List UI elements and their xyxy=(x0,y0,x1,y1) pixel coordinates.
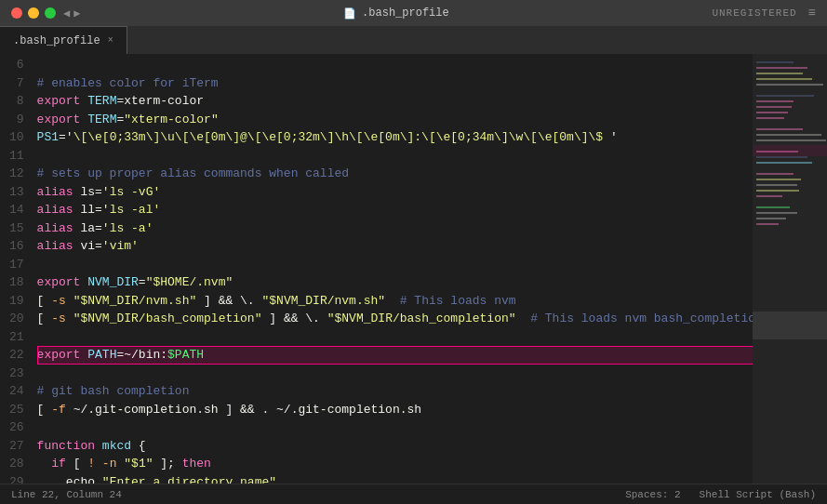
line-number: 21 xyxy=(9,328,24,347)
code-line: [ -s "$NVM_DIR/nvm.sh" ] && \. "$NVM_DIR… xyxy=(37,292,753,311)
title-bar: ◀ ▶ 📄 .bash_profile UNREGISTERED ≡ xyxy=(0,0,827,26)
line-numbers: 6789101112131415161718192021222324252627… xyxy=(0,54,33,484)
status-bar: Line 22, Column 24 Spaces: 2 Shell Scrip… xyxy=(0,484,827,504)
syntax-label: Shell Script (Bash) xyxy=(700,489,816,500)
cursor-position: Line 22, Column 24 xyxy=(11,489,122,500)
code-line: export TERM="xterm-color" xyxy=(37,111,753,129)
status-left: Line 22, Column 24 xyxy=(11,489,122,500)
forward-arrow-icon[interactable]: ▶ xyxy=(73,7,80,20)
svg-rect-2 xyxy=(756,73,803,74)
tab-close-icon[interactable]: × xyxy=(108,35,113,46)
line-number: 23 xyxy=(9,365,24,383)
svg-rect-16 xyxy=(756,162,812,164)
line-number: 17 xyxy=(9,256,24,274)
svg-rect-25 xyxy=(756,223,779,225)
line-number: 8 xyxy=(9,92,24,111)
code-line: # enables color for iTerm xyxy=(37,74,753,93)
line-number: 22 xyxy=(9,346,24,365)
line-number: 24 xyxy=(9,382,24,401)
unregistered-label: UNREGISTERED xyxy=(712,7,796,19)
line-number: 12 xyxy=(9,165,24,183)
tab-bash-profile[interactable]: .bash_profile × xyxy=(0,26,127,54)
code-line: # sets up proper alias commands when cal… xyxy=(37,165,753,183)
line-number: 6 xyxy=(9,56,24,74)
line-number: 14 xyxy=(9,201,24,219)
line-number: 13 xyxy=(9,183,24,202)
svg-rect-21 xyxy=(756,195,782,197)
title-bar-left: ◀ ▶ xyxy=(11,7,80,20)
svg-rect-6 xyxy=(756,100,794,102)
traffic-lights xyxy=(11,7,56,19)
svg-rect-14 xyxy=(753,145,827,156)
code-line xyxy=(37,418,753,437)
maximize-button[interactable] xyxy=(45,7,56,19)
code-lines: # enables color for iTermexport TERM=xte… xyxy=(33,54,753,484)
main-layout: 6789101112131415161718192021222324252627… xyxy=(0,54,827,484)
code-line xyxy=(37,256,753,274)
svg-rect-12 xyxy=(756,139,826,141)
svg-rect-1 xyxy=(756,67,807,69)
line-number: 25 xyxy=(9,401,24,419)
code-line: PS1='\[\e[0;33m\]\u\[\e[0m\]@\[\e[0;32m\… xyxy=(37,128,753,147)
code-line xyxy=(37,56,753,74)
line-number: 20 xyxy=(9,310,24,328)
code-line: export NVM_DIR="$HOME/.nvm" xyxy=(37,273,753,292)
code-line: alias vi='vim' xyxy=(37,237,753,256)
code-line: function mkcd { xyxy=(37,437,753,456)
code-line: alias ls='ls -vG' xyxy=(37,183,753,202)
code-line: export PATH=~/bin:$PATH xyxy=(37,346,753,365)
code-line xyxy=(37,147,753,166)
file-icon: 📄 xyxy=(343,7,356,20)
line-number: 7 xyxy=(9,74,24,93)
svg-rect-23 xyxy=(756,212,797,214)
svg-rect-20 xyxy=(756,190,799,192)
svg-rect-10 xyxy=(756,128,803,130)
svg-rect-17 xyxy=(756,173,794,175)
minimap[interactable] xyxy=(753,54,827,484)
tab-bar: .bash_profile × xyxy=(0,26,827,54)
code-line: [ -s "$NVM_DIR/bash_completion" ] && \. … xyxy=(37,310,753,328)
code-line: alias la='ls -a' xyxy=(37,219,753,238)
line-number: 16 xyxy=(9,237,24,256)
line-number: 19 xyxy=(9,292,24,311)
title-bar-center: 📄 .bash_profile xyxy=(343,7,449,20)
svg-rect-11 xyxy=(756,134,821,136)
window-title: .bash_profile xyxy=(362,7,449,20)
line-number: 26 xyxy=(9,418,24,437)
svg-rect-22 xyxy=(756,206,790,208)
svg-rect-0 xyxy=(756,61,794,63)
code-area[interactable]: 6789101112131415161718192021222324252627… xyxy=(0,54,753,484)
svg-rect-4 xyxy=(756,84,823,86)
minimap-content xyxy=(753,54,827,484)
line-number: 9 xyxy=(9,111,24,129)
code-line: echo "Enter a directory name" xyxy=(37,473,753,484)
svg-rect-15 xyxy=(756,156,807,158)
minimize-button[interactable] xyxy=(28,7,39,19)
code-line: # git bash completion xyxy=(37,382,753,401)
line-number: 27 xyxy=(9,437,24,456)
close-button[interactable] xyxy=(11,7,22,19)
nav-arrows: ◀ ▶ xyxy=(63,7,80,20)
tab-label: .bash_profile xyxy=(13,34,100,47)
line-number: 29 xyxy=(9,473,24,484)
back-arrow-icon[interactable]: ◀ xyxy=(63,7,70,20)
status-right: Spaces: 2 Shell Script (Bash) xyxy=(625,489,816,500)
code-line xyxy=(37,328,753,347)
line-number: 15 xyxy=(9,219,24,238)
line-number: 18 xyxy=(9,273,24,292)
line-number: 10 xyxy=(9,128,24,147)
svg-rect-8 xyxy=(756,112,788,113)
svg-rect-24 xyxy=(756,218,786,219)
spaces-label: Spaces: 2 xyxy=(625,489,680,500)
line-number: 11 xyxy=(9,147,24,166)
svg-rect-18 xyxy=(756,179,801,180)
svg-rect-5 xyxy=(756,95,814,97)
code-line: [ -f ~/.git-completion.sh ] && . ~/.git-… xyxy=(37,401,753,419)
svg-rect-9 xyxy=(756,117,784,119)
hamburger-icon[interactable]: ≡ xyxy=(808,6,816,20)
code-line: if [ ! -n "$1" ]; then xyxy=(37,455,753,473)
svg-rect-7 xyxy=(756,106,792,108)
line-number: 28 xyxy=(9,455,24,473)
svg-rect-19 xyxy=(756,184,797,186)
minimap-highlight xyxy=(753,312,827,339)
